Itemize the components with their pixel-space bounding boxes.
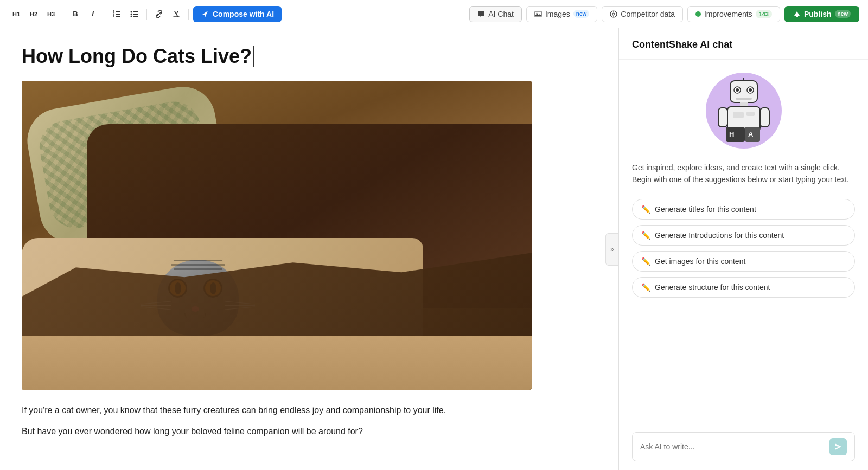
svg-text:A: A <box>748 130 754 138</box>
pencil-icon-1: ✏️ <box>641 205 650 214</box>
images-button[interactable]: Images new <box>526 6 597 22</box>
svg-text:3: 3 <box>113 14 114 17</box>
images-new-badge: new <box>573 10 589 18</box>
svg-rect-22 <box>740 102 748 107</box>
panel-footer <box>619 423 868 470</box>
svg-rect-2 <box>116 16 120 17</box>
svg-rect-12 <box>535 11 541 17</box>
improvements-count: 143 <box>756 10 772 18</box>
svg-rect-27 <box>760 108 769 127</box>
svg-rect-24 <box>733 112 744 118</box>
toolbar-separator-3 <box>146 9 147 20</box>
ai-write-input[interactable] <box>640 442 829 451</box>
pencil-icon-4: ✏️ <box>641 283 650 292</box>
generate-structure-chip[interactable]: ✏️ Generate structure for this content <box>632 277 855 298</box>
svg-point-10 <box>131 15 132 17</box>
link-button[interactable] <box>151 7 167 22</box>
toolbar-separator-4 <box>188 9 189 20</box>
editor-title[interactable]: How Long Do Cats Live? <box>22 44 597 68</box>
svg-rect-25 <box>746 112 755 116</box>
toolbar-left: H1 H2 H3 B I 123 Compose with AI <box>9 6 465 22</box>
italic-button[interactable]: I <box>85 7 100 22</box>
publish-button[interactable]: Publish new <box>784 6 859 22</box>
svg-point-20 <box>749 88 752 92</box>
editor-body: If you're a cat owner, you know that the… <box>22 403 597 439</box>
ordered-list-button[interactable]: 123 <box>110 7 125 22</box>
improvements-button[interactable]: Improvements 143 <box>687 6 780 22</box>
svg-rect-26 <box>718 108 727 127</box>
ai-chat-button[interactable]: AI Chat <box>469 6 522 22</box>
toolbar-separator-2 <box>105 9 105 20</box>
svg-point-15 <box>612 13 615 15</box>
svg-point-6 <box>131 11 132 12</box>
publish-new-badge: new <box>835 10 851 18</box>
svg-rect-1 <box>116 14 120 15</box>
main-area: How Long Do Cats Live? <box>0 28 868 470</box>
svg-point-8 <box>131 13 132 15</box>
get-images-chip[interactable]: ✏️ Get images for this content <box>632 251 855 272</box>
unordered-list-button[interactable] <box>127 7 142 22</box>
svg-point-18 <box>736 88 739 92</box>
text-cursor <box>253 46 254 67</box>
pencil-icon-2: ✏️ <box>641 231 650 240</box>
h3-button[interactable]: H3 <box>43 7 59 22</box>
h1-button[interactable]: H1 <box>9 7 24 22</box>
generate-introductions-chip[interactable]: ✏️ Generate Introductions for this conte… <box>632 225 855 246</box>
ai-send-button[interactable] <box>829 438 847 455</box>
toolbar-separator-1 <box>63 9 63 20</box>
main-toolbar: H1 H2 H3 B I 123 Compose with AI AI Chat <box>0 0 868 28</box>
panel-toggle[interactable]: » <box>605 233 618 266</box>
svg-rect-11 <box>133 16 138 17</box>
svg-rect-7 <box>133 11 138 12</box>
competitor-data-button[interactable]: Competitor data <box>602 6 683 22</box>
ai-robot-illustration: H A <box>706 73 782 149</box>
pencil-icon-3: ✏️ <box>641 257 650 266</box>
compose-with-ai-button[interactable]: Compose with AI <box>193 6 282 22</box>
svg-rect-9 <box>133 14 138 15</box>
toolbar-center: AI Chat Images new Competitor data Impro… <box>469 6 859 22</box>
panel-header: ContentShake AI chat <box>619 28 868 60</box>
svg-rect-0 <box>116 11 120 12</box>
cat-image <box>22 81 532 390</box>
right-panel: ContentShake AI chat <box>618 28 868 470</box>
bold-button[interactable]: B <box>68 7 83 22</box>
svg-point-13 <box>536 12 537 14</box>
panel-title: ContentShake AI chat <box>632 39 855 50</box>
h2-button[interactable]: H2 <box>26 7 41 22</box>
clear-format-button[interactable] <box>169 7 184 22</box>
improvements-dot <box>695 11 701 17</box>
editor-area: How Long Do Cats Live? <box>0 28 618 470</box>
panel-body: H A Get inspired, explore ideas, and cre… <box>619 60 868 423</box>
svg-text:H: H <box>729 130 734 138</box>
ai-input-container <box>632 432 855 461</box>
ai-robot-container: H A <box>632 73 855 149</box>
ai-description: Get inspired, explore ideas, and create … <box>632 162 855 186</box>
generate-titles-chip[interactable]: ✏️ Generate titles for this content <box>632 199 855 220</box>
svg-rect-21 <box>736 98 752 100</box>
